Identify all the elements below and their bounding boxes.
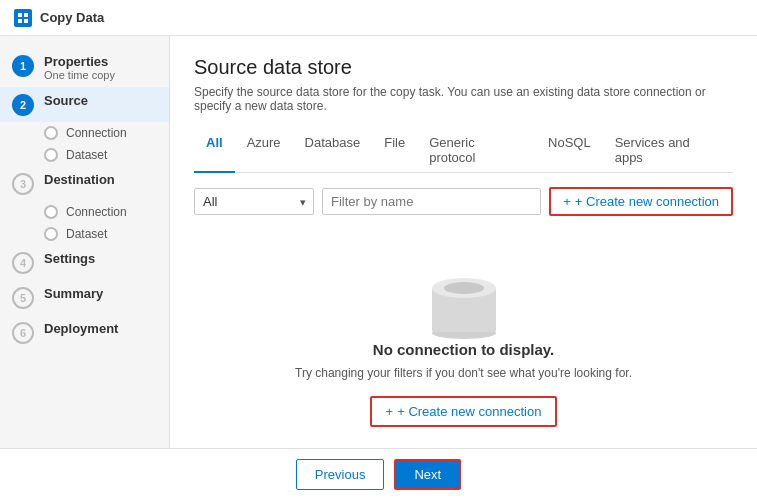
main-content: Source data store Specify the source dat… <box>170 36 757 448</box>
step-circle-2: 2 <box>12 94 34 116</box>
source-subitems: Connection Dataset <box>0 122 169 166</box>
bottom-bar: Previous Next <box>0 448 757 500</box>
step-circle-1: 1 <box>12 55 34 77</box>
tab-generic-protocol[interactable]: Generic protocol <box>417 129 536 173</box>
database-icon <box>419 266 509 341</box>
create-new-connection-button-center[interactable]: + + Create new connection <box>370 396 558 427</box>
source-dataset-dot <box>44 148 58 162</box>
svg-rect-3 <box>24 19 28 23</box>
plus-icon-center: + <box>386 404 394 419</box>
destination-connection-label: Connection <box>66 205 127 219</box>
plus-icon-top: + <box>563 194 571 209</box>
tab-azure[interactable]: Azure <box>235 129 293 173</box>
sidebar-item-summary[interactable]: 5 Summary <box>0 280 169 315</box>
tab-nosql[interactable]: NoSQL <box>536 129 603 173</box>
filter-row: All Azure Database File + + Create new c… <box>194 187 733 216</box>
sidebar-item-destination[interactable]: 3 Destination <box>0 166 169 201</box>
sidebar-item-source[interactable]: 2 Source <box>0 87 169 122</box>
tab-database[interactable]: Database <box>293 129 373 173</box>
destination-connection-dot <box>44 205 58 219</box>
filter-select-wrapper: All Azure Database File <box>194 188 314 215</box>
create-new-connection-label-top: + Create new connection <box>575 194 719 209</box>
source-dataset-label: Dataset <box>66 148 107 162</box>
source-dataset-item[interactable]: Dataset <box>44 144 169 166</box>
create-new-connection-label-center: + Create new connection <box>397 404 541 419</box>
page-title: Source data store <box>194 56 733 79</box>
filter-select[interactable]: All Azure Database File <box>194 188 314 215</box>
destination-dataset-item[interactable]: Dataset <box>44 223 169 245</box>
sidebar-item-deployment[interactable]: 6 Deployment <box>0 315 169 350</box>
svg-rect-0 <box>18 13 22 17</box>
next-button[interactable]: Next <box>394 459 461 490</box>
tab-file[interactable]: File <box>372 129 417 173</box>
sidebar: 1 Properties One time copy 2 Source Conn… <box>0 36 170 448</box>
step-circle-5: 5 <box>12 287 34 309</box>
source-connection-dot <box>44 126 58 140</box>
svg-point-7 <box>444 282 484 294</box>
source-connection-item[interactable]: Connection <box>44 122 169 144</box>
destination-dataset-dot <box>44 227 58 241</box>
step-sub-properties: One time copy <box>44 69 115 81</box>
tab-all[interactable]: All <box>194 129 235 173</box>
top-bar: Copy Data <box>0 0 757 36</box>
filter-input[interactable] <box>322 188 541 215</box>
page-description: Specify the source data store for the co… <box>194 85 733 113</box>
destination-connection-item[interactable]: Connection <box>44 201 169 223</box>
step-label-destination: Destination <box>44 172 115 187</box>
sidebar-item-settings[interactable]: 4 Settings <box>0 245 169 280</box>
svg-rect-1 <box>24 13 28 17</box>
empty-description: Try changing your filters if you don't s… <box>295 366 632 380</box>
step-label-source: Source <box>44 93 88 108</box>
source-connection-label: Connection <box>66 126 127 140</box>
app-icon <box>14 9 32 27</box>
destination-dataset-label: Dataset <box>66 227 107 241</box>
step-circle-4: 4 <box>12 252 34 274</box>
sidebar-item-properties[interactable]: 1 Properties One time copy <box>0 48 169 87</box>
step-label-settings: Settings <box>44 251 95 266</box>
tab-services-apps[interactable]: Services and apps <box>603 129 733 173</box>
empty-state: No connection to display. Try changing y… <box>194 236 733 447</box>
empty-title: No connection to display. <box>373 341 554 358</box>
app-title: Copy Data <box>40 10 104 25</box>
step-label-summary: Summary <box>44 286 103 301</box>
step-circle-6: 6 <box>12 322 34 344</box>
tab-bar: All Azure Database File Generic protocol… <box>194 129 733 173</box>
previous-button[interactable]: Previous <box>296 459 385 490</box>
create-new-connection-button-top[interactable]: + + Create new connection <box>549 187 733 216</box>
destination-subitems: Connection Dataset <box>0 201 169 245</box>
step-circle-3: 3 <box>12 173 34 195</box>
step-label-properties: Properties <box>44 54 115 69</box>
svg-rect-2 <box>18 19 22 23</box>
step-label-deployment: Deployment <box>44 321 118 336</box>
